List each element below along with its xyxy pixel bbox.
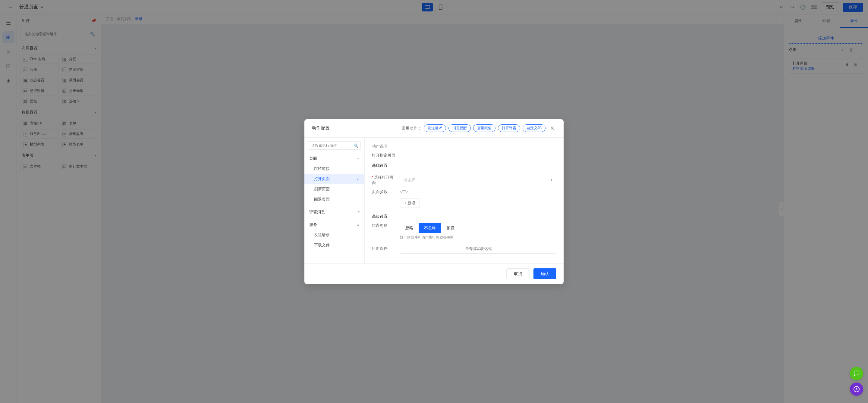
chevron-up-icon: ▲: [356, 223, 360, 226]
error-hint: 找不到组件和动作执行失败都中断: [400, 235, 460, 240]
action-section-service: 服务 ▲ 发送请求 下载文件: [304, 220, 364, 253]
error-ignore-group-wrapper: 忽略 不忽略 预设 找不到组件和动作执行失败都中断: [400, 223, 460, 240]
action-config-modal: 动作配置 常用动作： 发送请求 消息提醒 变量赋值 打开弹窗 自定义JS ✕ 🔍: [304, 119, 564, 284]
common-tag-assign[interactable]: 变量赋值: [473, 124, 495, 132]
modal-footer: 取消 确认: [304, 263, 564, 284]
toggle-preset[interactable]: 预设: [441, 223, 460, 233]
error-ignore-label: 错误忽略: [372, 223, 396, 228]
basic-settings-label: 基础设置: [372, 163, 556, 171]
action-item-back[interactable]: 回退页面: [304, 194, 364, 204]
add-param-button[interactable]: + 新增: [400, 198, 420, 208]
chevron-up-icon: ▲: [356, 157, 360, 160]
plugin-float-button[interactable]: [850, 382, 863, 396]
open-page-row: 选择打开页面 请选择 ▾: [372, 175, 556, 186]
config-panel: 动作说明 打开指定页面 基础设置 选择打开页面 请选择 ▾ 页面参数: [365, 138, 564, 263]
open-page-label: 选择打开页面: [372, 175, 396, 186]
action-section-page-header[interactable]: 页面 ▲: [304, 153, 364, 164]
advanced-settings: 高级设置 错误忽略 忽略 不忽略 预设 找不到组件和动作执行失败都中断: [372, 214, 556, 254]
action-description: 打开指定页面: [372, 153, 556, 158]
open-page-placeholder: 请选择: [404, 177, 415, 183]
basic-settings: 基础设置 选择打开页面 请选择 ▾ 页面参数 <空>: [372, 163, 556, 208]
common-tag-custom-js[interactable]: 自定义JS: [523, 124, 546, 132]
modal-header-right: 常用动作： 发送请求 消息提醒 变量赋值 打开弹窗 自定义JS ✕: [402, 124, 556, 133]
modal-close-button[interactable]: ✕: [548, 124, 556, 133]
block-condition-input[interactable]: [400, 244, 556, 254]
page-params-label: 页面参数: [372, 189, 396, 195]
chat-float-button[interactable]: [850, 367, 863, 380]
action-section-dialog: 弹窗消息 ▾: [304, 207, 364, 220]
action-item-send-request[interactable]: 发送请求: [304, 230, 364, 240]
action-item-open-page[interactable]: 打开页面 ✓: [304, 174, 364, 184]
chevron-down-icon: ▾: [358, 210, 360, 213]
common-tag-send-request[interactable]: 发送请求: [424, 124, 446, 132]
block-condition-input-wrapper: [400, 244, 556, 254]
action-search-icon: 🔍: [353, 143, 358, 147]
check-icon: ✓: [356, 176, 360, 181]
advanced-settings-label: 高级设置: [372, 214, 556, 219]
error-ignore-toggle-group: 忽略 不忽略 预设: [400, 223, 460, 233]
block-condition-row: 阻断条件: [372, 244, 556, 254]
common-tag-notify[interactable]: 消息提醒: [448, 124, 471, 132]
modal-title: 动作配置: [312, 125, 330, 131]
page-params-value: <空>: [400, 189, 556, 195]
cancel-button[interactable]: 取消: [506, 268, 530, 279]
block-condition-label: 阻断条件: [372, 246, 396, 251]
add-param-wrapper: + 新增: [400, 198, 556, 208]
action-item-refresh[interactable]: 刷新页面: [304, 184, 364, 194]
action-section-dialog-header[interactable]: 弹窗消息 ▾: [304, 207, 364, 217]
page-params-row: 页面参数 <空>: [372, 189, 556, 195]
toggle-ignore[interactable]: 忽略: [400, 223, 418, 233]
action-search-input[interactable]: [308, 141, 361, 150]
open-page-select[interactable]: 请选择 ▾: [400, 175, 556, 185]
modal-body: 🔍 页面 ▲ 跳转链接 打开页面 ✓ 刷新页面 回退页面: [304, 138, 564, 263]
select-chevron-icon: ▾: [551, 178, 553, 182]
action-item-jump[interactable]: 跳转链接: [304, 164, 364, 174]
common-tag-open-dialog[interactable]: 打开弹窗: [498, 124, 520, 132]
common-actions-label: 常用动作：: [402, 126, 421, 131]
confirm-button[interactable]: 确认: [533, 268, 556, 279]
modal-overlay: 动作配置 常用动作： 发送请求 消息提醒 变量赋值 打开弹窗 自定义JS ✕ 🔍: [0, 0, 868, 403]
action-item-download[interactable]: 下载文件: [304, 240, 364, 250]
action-search: 🔍: [308, 141, 361, 150]
float-buttons: [850, 367, 863, 396]
action-section-service-header[interactable]: 服务 ▲: [304, 220, 364, 230]
modal-header: 动作配置 常用动作： 发送请求 消息提醒 变量赋值 打开弹窗 自定义JS ✕: [304, 119, 564, 138]
toggle-not-ignore[interactable]: 不忽略: [418, 223, 441, 233]
action-section-page: 页面 ▲ 跳转链接 打开页面 ✓ 刷新页面 回退页面: [304, 153, 364, 207]
action-panel: 🔍 页面 ▲ 跳转链接 打开页面 ✓ 刷新页面 回退页面: [304, 138, 365, 263]
action-description-label: 动作说明: [372, 144, 556, 149]
error-ignore-row: 错误忽略 忽略 不忽略 预设 找不到组件和动作执行失败都中断: [372, 223, 556, 240]
